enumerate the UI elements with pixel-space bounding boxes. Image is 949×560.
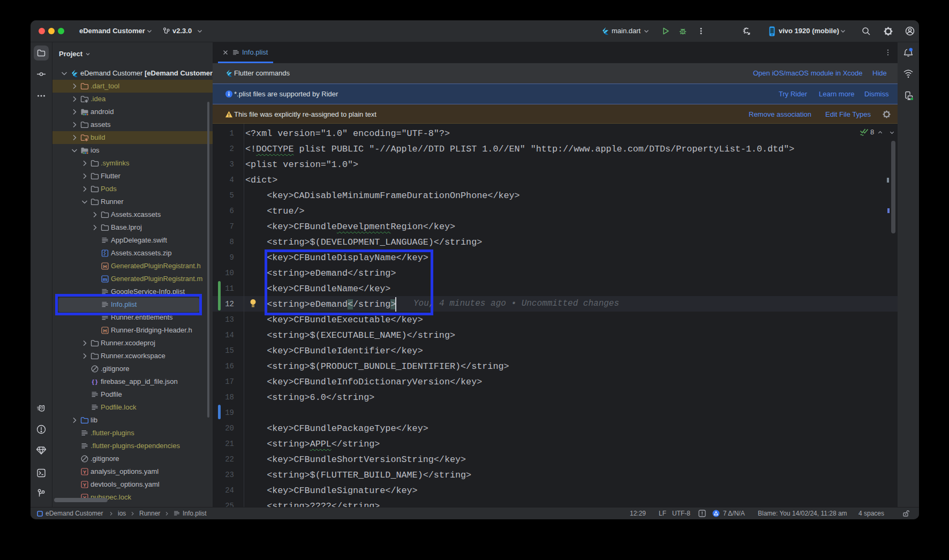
svg-text:H: H [103, 328, 107, 334]
svg-text:{ }: { } [92, 379, 98, 385]
svg-text:Y: Y [83, 469, 87, 475]
svg-text:H: H [103, 263, 107, 269]
svg-text:Y: Y [83, 482, 87, 488]
svg-text:m: m [103, 276, 107, 282]
